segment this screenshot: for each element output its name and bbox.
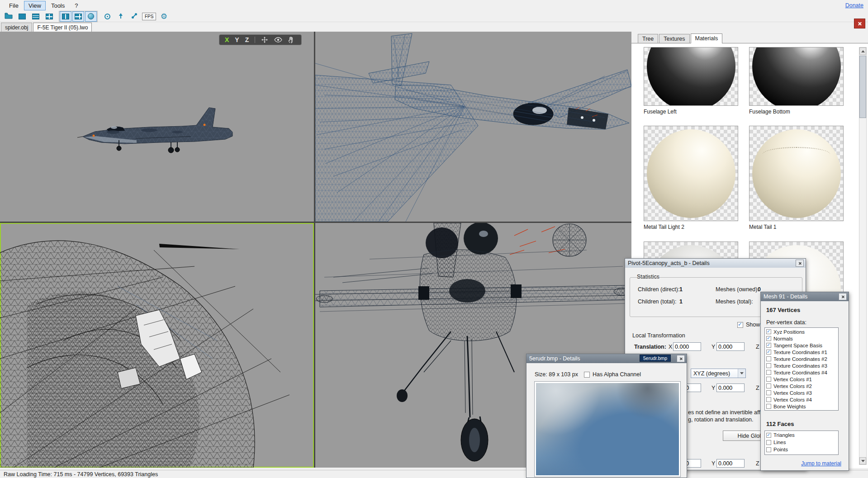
axis-x-button[interactable]: X	[225, 36, 229, 43]
open-file-button[interactable]	[3, 11, 14, 22]
pivot-dialog-titlebar[interactable]: Pivot-5Ecanopy_acts_b - Details	[625, 259, 806, 268]
checkbox[interactable]	[766, 383, 771, 388]
checkbox[interactable]	[766, 447, 771, 452]
checkbox[interactable]	[766, 390, 771, 395]
tab-spider-obj[interactable]: spider.obj	[1, 23, 32, 32]
checkbox[interactable]	[766, 350, 771, 355]
translation-y-input[interactable]	[716, 342, 745, 351]
close-button[interactable]	[839, 293, 847, 300]
item-label: Tangent Space Basis	[773, 343, 822, 348]
checkbox[interactable]	[766, 329, 771, 334]
checkbox[interactable]	[766, 397, 771, 402]
show-normals-button[interactable]	[115, 11, 127, 22]
rotation-y-input[interactable]	[716, 383, 745, 392]
list-item[interactable]: Tangent Space Basis	[765, 342, 838, 349]
scrollbar-thumb[interactable]	[859, 56, 866, 118]
move-icon[interactable]	[261, 36, 268, 43]
material-tile-fuselage-bottom[interactable]	[749, 47, 844, 106]
viewport-top-right[interactable]	[315, 32, 631, 222]
checkbox[interactable]	[766, 336, 771, 341]
checkbox[interactable]	[766, 440, 771, 445]
material-sphere	[647, 47, 735, 106]
layout-single-button[interactable]	[16, 11, 28, 22]
transform-note-line-1: es not define an invertible affine	[688, 409, 768, 416]
checkbox[interactable]	[766, 356, 771, 361]
eye-icon[interactable]	[274, 37, 282, 43]
texture-preview-image[interactable]	[536, 383, 679, 475]
fps-toggle-button[interactable]: FPS	[142, 13, 156, 20]
orbit-mode-button[interactable]	[101, 11, 113, 22]
faces-list[interactable]: Triangles Lines Points	[764, 431, 839, 455]
view-mode-main-side-button[interactable]	[72, 11, 84, 22]
list-item[interactable]: Normals	[765, 335, 838, 342]
scroll-up-button[interactable]	[859, 47, 866, 55]
toolbar: FPS ⚙	[0, 11, 868, 22]
checkbox[interactable]	[766, 343, 771, 348]
checkbox[interactable]	[766, 370, 771, 375]
translation-x-input[interactable]	[673, 342, 701, 351]
list-item[interactable]: Lines	[765, 439, 838, 446]
material-tile-metal-tail-light-2[interactable]	[644, 126, 738, 221]
menu-tools[interactable]: Tools	[47, 1, 69, 10]
layout-quad-button[interactable]	[43, 11, 55, 22]
show-skeleton-button[interactable]	[128, 11, 140, 22]
view-mode-split-button[interactable]	[60, 11, 71, 22]
menu-view[interactable]: View	[24, 1, 46, 10]
tab-f5e-tiger[interactable]: F-5E Tiger II (05).lwo	[33, 23, 92, 32]
tab-materials[interactable]: Materials	[691, 33, 723, 43]
has-alpha-checkbox[interactable]	[584, 372, 590, 378]
checkbox[interactable]	[766, 404, 771, 409]
list-item[interactable]: Points	[765, 446, 838, 453]
materials-scrollbar[interactable]	[859, 47, 867, 465]
list-item[interactable]: Texture Coordinates #1	[765, 349, 838, 355]
list-item[interactable]: Texture Coordinates #4	[765, 369, 838, 376]
material-tile-fuselage-left[interactable]	[644, 47, 738, 106]
list-item[interactable]: Texture Coordinates #3	[765, 362, 838, 369]
jump-to-material-link[interactable]: Jump to material	[801, 460, 841, 467]
checkbox[interactable]	[766, 363, 771, 368]
list-item[interactable]: Bone Weights	[765, 403, 838, 410]
list-item[interactable]: Vertex Colors #4	[765, 396, 838, 403]
rotation-mode-dropdown[interactable]: XYZ (degrees)	[691, 369, 746, 378]
children-direct-value: 1	[679, 286, 683, 293]
menu-help[interactable]: ?	[70, 1, 82, 10]
mesh-dialog-titlebar[interactable]: Mesh 91 - Details	[761, 292, 849, 301]
axis-y-button[interactable]: Y	[235, 36, 239, 43]
list-item[interactable]: Triangles	[765, 431, 838, 439]
item-label: Xyz Positions	[773, 329, 805, 335]
menu-file[interactable]: File	[5, 1, 23, 10]
checkbox[interactable]	[766, 433, 771, 438]
per-vertex-data-label: Per-vertex data:	[766, 319, 806, 326]
list-item[interactable]: Texture Coordinates #2	[765, 355, 838, 362]
axis-z-button[interactable]: Z	[245, 36, 249, 43]
layout-quad-icon	[46, 14, 53, 19]
settings-button[interactable]: ⚙	[158, 11, 170, 22]
item-label: Normals	[773, 336, 793, 341]
viewport-top-left[interactable]: X Y Z	[0, 32, 314, 222]
list-item[interactable]: Vertex Colors #1	[765, 376, 838, 383]
list-item[interactable]: Vertex Colors #3	[765, 389, 838, 396]
status-text: Raw Loading Time: 715 ms - 74799 Vertice…	[4, 471, 158, 478]
viewport-bottom-left[interactable]	[0, 223, 314, 468]
hand-icon[interactable]	[288, 36, 294, 43]
donate-link[interactable]: Donate	[845, 2, 863, 9]
show-checkbox[interactable]	[737, 322, 743, 328]
close-button[interactable]	[796, 260, 804, 267]
tab-textures[interactable]: Textures	[659, 34, 689, 43]
close-button[interactable]	[677, 355, 685, 362]
per-vertex-data-list[interactable]: Xyz Positions Normals Tangent Space Basi…	[764, 327, 839, 411]
tab-tree[interactable]: Tree	[638, 34, 658, 43]
checkbox[interactable]	[766, 377, 771, 382]
gizmo-separator	[255, 37, 255, 43]
scaling-y-input[interactable]	[716, 459, 745, 468]
list-item[interactable]: Vertex Colors #2	[765, 383, 838, 389]
material-tile-metal-tail-1[interactable]	[749, 126, 844, 221]
layout-rows-button[interactable]	[30, 11, 42, 22]
close-icon	[858, 22, 862, 26]
item-label: Vertex Colors #2	[773, 383, 812, 389]
list-item[interactable]: Xyz Positions	[765, 328, 838, 335]
status-bar: Raw Loading Time: 715 ms - 74799 Vertice…	[0, 470, 868, 478]
close-panel-button[interactable]	[854, 19, 865, 28]
scroll-down-button[interactable]	[859, 457, 866, 464]
view-mode-sphere-button[interactable]	[85, 11, 97, 22]
